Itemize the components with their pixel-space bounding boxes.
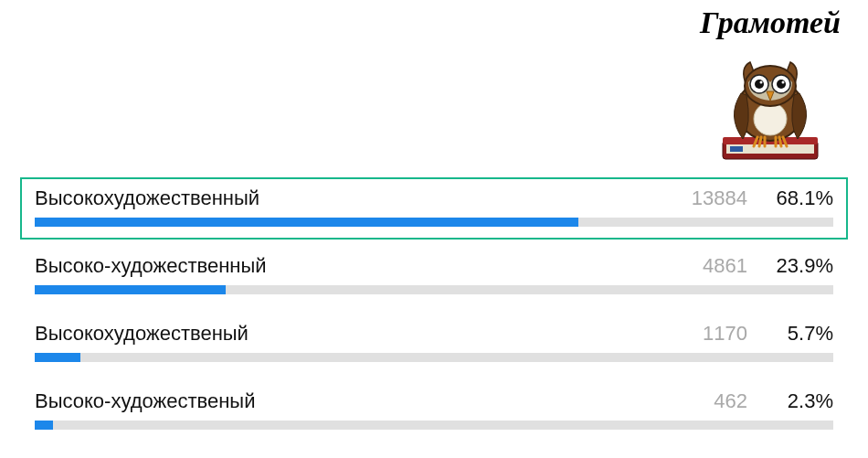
brand: Грамотей [700,5,841,166]
progress-fill [35,353,80,362]
option-label: Высокохудожественный [35,186,259,210]
progress-bar [35,421,833,430]
poll-results: Высокохудожественный 13884 68.1% Высоко-… [0,166,868,442]
option-count: 462 [683,389,747,413]
option-count: 13884 [683,186,747,210]
option-percent: 5.7% [769,322,833,346]
option-label: Высокохудожественый [35,322,249,346]
progress-bar [35,353,833,362]
option-label: Высоко-художественый [35,389,255,413]
brand-name: Грамотей [700,5,841,40]
option-row: Высокохудожественный 13884 68.1% [20,177,848,240]
option-percent: 2.3% [769,389,833,413]
svg-point-11 [760,81,763,84]
progress-fill [35,285,226,294]
svg-point-12 [782,81,785,84]
progress-bar [35,218,833,227]
option-count: 1170 [683,322,747,346]
svg-point-9 [755,80,764,89]
progress-fill [35,218,578,227]
option-percent: 23.9% [769,254,833,278]
option-row: Высоко-художественный 4861 23.9% [20,245,848,307]
option-percent: 68.1% [769,186,833,210]
option-row: Высоко-художественый 462 2.3% [20,380,848,442]
progress-fill [35,421,53,430]
option-row: Высокохудожественый 1170 5.7% [20,313,848,375]
svg-point-5 [754,102,787,135]
svg-point-10 [777,80,786,89]
progress-bar [35,285,833,294]
header: Грамотей [0,0,868,166]
owl-on-book-logo [706,38,834,166]
svg-rect-3 [730,146,743,152]
option-label: Высоко-художественный [35,254,267,278]
option-count: 4861 [683,254,747,278]
